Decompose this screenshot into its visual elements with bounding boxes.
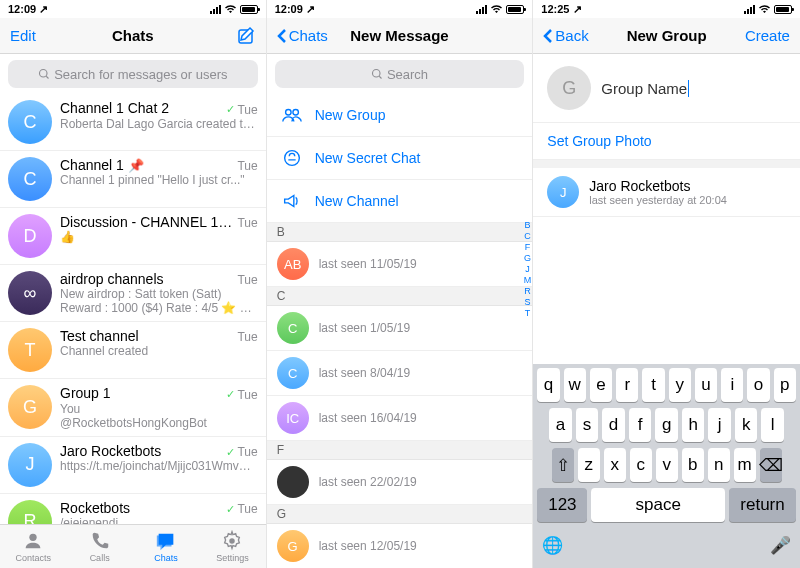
chat-row[interactable]: T Test channel Tue Channel created [0,322,266,379]
chat-row[interactable]: G Group 1 ✓Tue You@RocketbotsHongKongBot [0,379,266,437]
key-b[interactable]: b [682,448,704,482]
contact-row[interactable]: last seen 22/02/19 [267,460,533,505]
option-secret[interactable]: New Secret Chat [267,137,533,180]
tab-calls[interactable]: Calls [66,525,132,568]
key-backspace[interactable]: ⌫ [760,448,782,482]
status-bar: 12:09 ↗ [0,0,266,18]
pin-icon: 📌 [128,158,144,173]
key-globe[interactable]: 🌐 [537,528,567,562]
group-name-input[interactable]: Group Name [601,80,693,97]
key-o[interactable]: o [747,368,769,402]
chat-message-2: @RocketbotsHongKongBot [60,416,258,430]
contact-row[interactable]: Clast seen 8/04/19 [267,351,533,396]
key-l[interactable]: l [761,408,784,442]
key-i[interactable]: i [721,368,743,402]
member-row[interactable]: J Jaro Rocketbots last seen yesterday at… [533,160,800,217]
tab-settings[interactable]: Settings [199,525,265,568]
key-d[interactable]: d [602,408,625,442]
contact-row[interactable]: ABlast seen 11/05/19 [267,242,533,287]
chat-row[interactable]: D Discussion - CHANNEL 1 📌Tue 👍 [0,208,266,265]
key-v[interactable]: v [656,448,678,482]
check-icon: ✓ [226,446,235,459]
chat-time: ✓Tue [226,103,257,117]
group-icon [281,104,303,126]
tab-chats[interactable]: Chats [133,525,199,568]
key-r[interactable]: r [616,368,638,402]
chat-row[interactable]: R Rocketbots ✓Tue /ejejenendj [0,494,266,525]
wifi-icon [224,4,237,14]
key-shift[interactable]: ⇧ [552,448,574,482]
key-a[interactable]: a [549,408,572,442]
avatar: C [8,157,52,201]
chat-row[interactable]: J Jaro Rocketbots ✓Tue https://t.me/join… [0,437,266,494]
member-name: Jaro Rocketbots [589,178,727,194]
search-input[interactable]: Search for messages or users [8,60,258,88]
back-button[interactable]: Back [543,27,588,44]
key-z[interactable]: z [578,448,600,482]
key-p[interactable]: p [774,368,796,402]
key-h[interactable]: h [682,408,705,442]
group-avatar[interactable]: G [547,66,591,110]
alpha-index[interactable]: BCFGJMRST [524,220,532,318]
compose-button[interactable] [236,26,256,46]
chat-message: Channel created [60,344,258,358]
channel-icon [281,190,303,212]
section-header: G [267,505,533,524]
contact-row[interactable]: Clast seen 1/05/19 [267,306,533,351]
option-label: New Group [315,107,386,123]
chat-time: Tue [237,273,257,287]
section-header: F [267,441,533,460]
option-group[interactable]: New Group [267,94,533,137]
key-s[interactable]: s [576,408,599,442]
key-m[interactable]: m [734,448,756,482]
contact-status: last seen 8/04/19 [319,366,410,380]
key-w[interactable]: w [564,368,586,402]
search-input[interactable]: Search [275,60,525,88]
contact-status: last seen 1/05/19 [319,321,410,335]
back-button[interactable]: Chats [277,27,328,44]
edit-button[interactable]: Edit [10,27,36,44]
section-header: B [267,223,533,242]
svg-point-8 [293,110,299,116]
member-status: last seen yesterday at 20:04 [589,194,727,206]
section-header: C [267,287,533,306]
chat-name: airdrop channels [60,271,164,287]
chat-row[interactable]: C Channel 1 📌Tue Channel 1 pinned "Hello… [0,151,266,208]
chat-message: https://t.me/joinchat/Mjijc031WmvVFRmNkf… [60,459,258,473]
key-t[interactable]: t [642,368,664,402]
key-y[interactable]: y [669,368,691,402]
contact-row[interactable]: Glast seen 12/05/19 [267,524,533,568]
secret-icon [281,147,303,169]
chat-message: 👍 [60,230,258,244]
pin-icon: 📌 [222,215,233,230]
key-n[interactable]: n [708,448,730,482]
avatar: C [277,312,309,344]
nav-bar: Back New Group Create [533,18,800,54]
set-photo-button[interactable]: Set Group Photo [533,123,800,160]
key-g[interactable]: g [655,408,678,442]
chat-row[interactable]: ∞ airdrop channels Tue New airdrop : Sat… [0,265,266,322]
key-j[interactable]: j [708,408,731,442]
key-123[interactable]: 123 [537,488,587,522]
key-k[interactable]: k [735,408,758,442]
option-channel[interactable]: New Channel [267,180,533,223]
key-u[interactable]: u [695,368,717,402]
create-button[interactable]: Create [745,27,790,44]
contact-list: New GroupNew Secret ChatNew ChannelBABla… [267,94,533,568]
key-c[interactable]: c [630,448,652,482]
chat-name: Jaro Rocketbots [60,443,161,459]
key-x[interactable]: x [604,448,626,482]
key-space[interactable]: space [591,488,725,522]
key-return[interactable]: return [729,488,796,522]
chat-name: Channel 1 Chat 2 [60,100,169,116]
chat-time: Tue [237,216,257,230]
chat-row[interactable]: C Channel 1 Chat 2 ✓Tue Roberta Dal Lago… [0,94,266,151]
contact-row[interactable]: IClast seen 16/04/19 [267,396,533,441]
tab-contacts[interactable]: Contacts [0,525,66,568]
key-f[interactable]: f [629,408,652,442]
page-title: Chats [112,27,154,44]
key-e[interactable]: e [590,368,612,402]
key-q[interactable]: q [537,368,559,402]
avatar: R [8,500,52,525]
key-mic[interactable]: 🎤 [766,528,796,562]
